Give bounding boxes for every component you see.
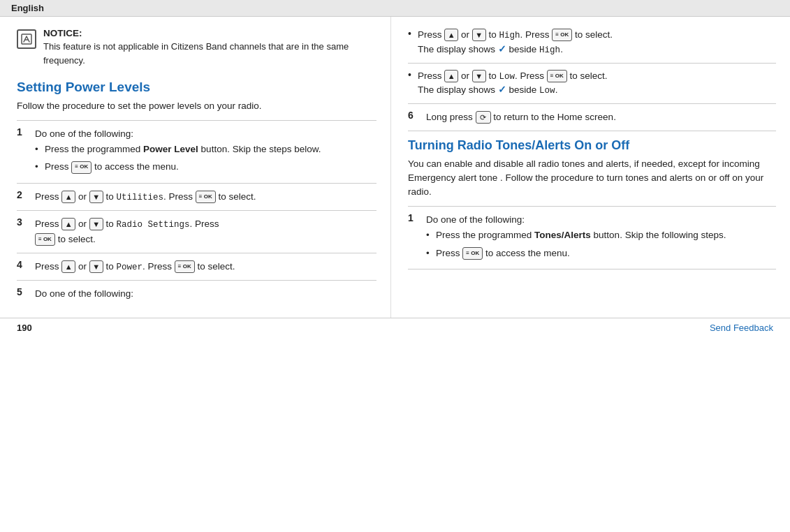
step-6-num: 6	[408, 110, 420, 125]
step-1-text: Do one of the following:	[35, 128, 133, 139]
high-text: High	[499, 31, 520, 40]
step-4-num: 4	[17, 259, 29, 274]
section2-intro: You can enable and disable all radio ton…	[408, 157, 776, 200]
section2-step-1-text: Do one of the following:	[426, 214, 525, 225]
step-1-bullet-1: Press the programmed Power Level button.…	[35, 142, 376, 157]
step-3-num: 3	[17, 216, 29, 247]
left-section-title: Setting Power Levels	[17, 80, 376, 95]
section2-bullet-2: Press ≡ OK to access the menu.	[426, 246, 776, 261]
section2-step-1-num: 1	[408, 212, 420, 263]
arrow-down-icon-4: ▼	[89, 260, 103, 273]
step-1-num: 1	[17, 126, 29, 177]
step-2-num: 2	[17, 189, 29, 205]
ok-button-icon-4: ≡ OK	[175, 260, 195, 273]
step-5-num: 5	[17, 286, 29, 302]
bullet-low-text: Press ▲ or ▼ to Low. Press ≡ OK to selec…	[418, 69, 776, 98]
step-6-content: Long press ⟳ to return to the Home scree…	[426, 110, 776, 125]
radio-settings-text: Radio Settings	[117, 220, 190, 230]
step-5-content: Do one of the following:	[35, 286, 376, 302]
notice-title: NOTICE:	[43, 28, 376, 38]
arrow-down-high: ▼	[472, 29, 486, 41]
arrow-down-low: ▼	[472, 70, 486, 82]
language-bar: English	[0, 0, 790, 17]
ok-button-icon-3: ≡ OK	[35, 233, 55, 246]
section2-step-1-content: Do one of the following: Press the progr…	[426, 212, 776, 263]
bullet-low: • Press ▲ or ▼ to Low. Press ≡ OK to sel…	[408, 69, 776, 98]
utilities-text: Utilities	[117, 193, 164, 202]
section2-bullet-1: Press the programmed Tones/Alerts button…	[426, 228, 776, 243]
step-2-content: Press ▲ or ▼ to Utilities. Press ≡ OK to…	[35, 189, 376, 205]
section2-step-1: 1 Do one of the following: Press the pro…	[408, 206, 776, 269]
home-button-icon: ⟳	[476, 111, 491, 124]
section2-title: Turning Radio Tones/Alerts On or Off	[408, 138, 776, 153]
left-column: NOTICE: This feature is not applicable i…	[0, 17, 391, 318]
left-intro: Follow the procedure to set the power le…	[17, 99, 376, 113]
step-1-content: Do one of the following: Press the progr…	[35, 126, 376, 177]
arrow-up-low: ▲	[444, 70, 458, 82]
arrow-up-icon: ▲	[61, 191, 75, 203]
page-footer: 190 Send Feedback	[0, 318, 790, 337]
divider-1	[408, 63, 776, 64]
step-2: 2 Press ▲ or ▼ to Utilities. Press ≡ OK …	[17, 183, 376, 210]
ok-btn-low: ≡ OK	[547, 70, 567, 82]
ok-button-s2: ≡ OK	[462, 247, 483, 260]
arrow-up-icon-4: ▲	[61, 260, 75, 273]
low-beside-text: Low	[539, 86, 555, 96]
step-3: 3 Press ▲ or ▼ to Radio Settings. Press …	[17, 210, 376, 253]
send-feedback-link[interactable]: Send Feedback	[710, 323, 773, 333]
step-5-text: Do one of the following:	[35, 288, 133, 299]
bullet-high-text: Press ▲ or ▼ to High. Press ≡ OK to sele…	[418, 28, 776, 57]
bullet-high: • Press ▲ or ▼ to High. Press ≡ OK to se…	[408, 28, 776, 57]
ok-button-icon: ≡ OK	[71, 161, 92, 174]
step-5: 5 Do one of the following:	[17, 280, 376, 307]
arrow-down-icon: ▼	[89, 191, 103, 203]
high-beside-text: High	[539, 45, 560, 55]
notice-box: NOTICE: This feature is not applicable i…	[17, 28, 376, 67]
notice-body: This feature is not applicable in Citize…	[43, 40, 376, 67]
step-4-content: Press ▲ or ▼ to Power. Press ≡ OK to sel…	[35, 259, 376, 274]
arrow-up-high: ▲	[444, 29, 458, 41]
low-text: Low	[499, 72, 515, 82]
checkmark-high: ✓	[498, 44, 506, 54]
step-1: 1 Do one of the following: Press the pro…	[17, 120, 376, 183]
checkmark-low: ✓	[498, 84, 506, 95]
section2-step-1-bullets: Press the programmed Tones/Alerts button…	[426, 228, 776, 260]
notice-icon	[17, 29, 36, 49]
power-text: Power	[117, 263, 143, 272]
right-column: • Press ▲ or ▼ to High. Press ≡ OK to se…	[391, 17, 790, 318]
arrow-down-icon-3: ▼	[89, 218, 103, 230]
step-1-bullets: Press the programmed Power Level button.…	[35, 142, 376, 175]
step-1-bullet-2: Press ≡ OK to access the menu.	[35, 159, 376, 175]
ok-button-icon-2: ≡ OK	[196, 191, 216, 203]
arrow-up-icon-3: ▲	[61, 218, 75, 230]
language-label: English	[11, 3, 44, 13]
svg-rect-0	[22, 34, 31, 44]
ok-btn-high: ≡ OK	[552, 29, 572, 41]
step-3-content: Press ▲ or ▼ to Radio Settings. Press ≡ …	[35, 216, 376, 247]
step-6: 6 Long press ⟳ to return to the Home scr…	[408, 103, 776, 131]
page-number: 190	[17, 323, 32, 333]
step-4: 4 Press ▲ or ▼ to Power. Press ≡ OK to s…	[17, 253, 376, 280]
notice-text: NOTICE: This feature is not applicable i…	[43, 28, 376, 67]
